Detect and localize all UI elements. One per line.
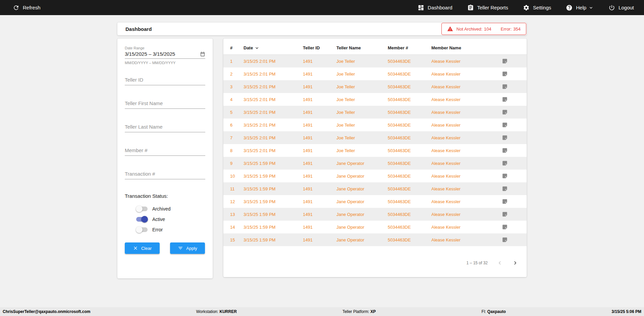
refresh-icon [13, 4, 19, 11]
col-header-member-name[interactable]: Member Name [431, 45, 502, 50]
col-header-teller-name[interactable]: Teller Name [336, 45, 388, 50]
cell-member-name: Alease Kessler [431, 161, 502, 166]
cell-row-number: 7 [230, 135, 244, 140]
archived-toggle-label: Archived [152, 206, 170, 212]
cell-member-name: Alease Kessler [431, 237, 502, 242]
cell-teller-id: 1491 [303, 212, 336, 217]
table-row[interactable]: 13 3/15/25 1:59 PM 1491 Jane Operator 50… [223, 208, 527, 221]
nav-settings[interactable]: Settings [523, 4, 551, 11]
cell-row-number: 9 [230, 161, 244, 166]
cell-teller-name: Jane Operator [336, 225, 388, 230]
teller-id-input[interactable] [125, 76, 205, 85]
apply-button[interactable]: Apply [170, 242, 205, 254]
cell-teller-id: 1491 [303, 186, 336, 191]
clear-button[interactable]: Clear [125, 242, 160, 254]
note-button[interactable] [502, 96, 508, 102]
cell-member-number: 5034463DE [388, 212, 431, 217]
cell-date: 3/15/25 2:01 PM [244, 84, 303, 89]
note-button[interactable] [502, 84, 508, 90]
cell-teller-id: 1491 [303, 148, 336, 153]
teller-last-name-input[interactable] [125, 123, 205, 132]
cell-member-number: 5034463DE [388, 135, 431, 140]
note-button[interactable] [502, 147, 508, 153]
cell-date: 3/15/25 2:01 PM [244, 97, 303, 102]
note-button[interactable] [502, 71, 508, 77]
table-row[interactable]: 15 3/15/25 1:59 PM 1491 Jane Operator 50… [223, 233, 527, 246]
col-header-date[interactable]: Date [244, 45, 303, 51]
power-icon [608, 4, 615, 11]
note-button[interactable] [502, 58, 508, 64]
cell-teller-name: Jane Operator [336, 212, 388, 217]
logged-in-user: ChrisSuperTeller@qaxpauto.onmicrosoft.co… [3, 309, 91, 314]
refresh-button[interactable]: Refresh [13, 4, 41, 11]
cell-date: 3/15/25 2:01 PM [244, 72, 303, 77]
date-range-input[interactable] [125, 51, 200, 57]
note-button[interactable] [502, 109, 508, 115]
nav-help[interactable]: Help [566, 4, 594, 11]
main-area: Dashboard Not Archived: 104 Error: 354 D… [0, 15, 644, 307]
note-icon [502, 173, 508, 179]
cell-teller-name: Joe Teller [336, 148, 388, 153]
nav-logout[interactable]: Logout [608, 4, 634, 11]
nav-teller-reports-label: Teller Reports [477, 5, 508, 10]
cell-teller-id: 1491 [303, 123, 336, 128]
cell-member-name: Alease Kessler [431, 174, 502, 179]
cell-row-number: 1 [230, 59, 244, 64]
member-number-input[interactable] [125, 146, 205, 156]
note-button[interactable] [502, 186, 508, 192]
note-button[interactable] [502, 224, 508, 230]
cell-row-number: 15 [230, 237, 244, 242]
cell-date: 3/15/25 1:59 PM [244, 199, 303, 204]
calendar-button[interactable] [200, 51, 205, 57]
page-header: Dashboard Not Archived: 104 Error: 354 [117, 22, 527, 35]
table-row[interactable]: 14 3/15/25 1:59 PM 1491 Jane Operator 50… [223, 221, 527, 233]
toggle-row-error: Error [136, 227, 205, 232]
cell-member-number: 5034463DE [388, 97, 431, 102]
note-button[interactable] [502, 173, 508, 179]
transaction-number-input[interactable] [125, 170, 205, 179]
cell-member-name: Alease Kessler [431, 123, 502, 128]
teller-platform-value: XP [370, 309, 376, 314]
teller-first-name-input[interactable] [125, 99, 205, 109]
topbar: Refresh Dashboard Teller Reports Setting… [0, 0, 644, 15]
note-button[interactable] [502, 135, 508, 141]
table-row[interactable]: 11 3/15/25 1:59 PM 1491 Jane Operator 50… [223, 182, 527, 195]
refresh-label: Refresh [23, 5, 41, 10]
note-button[interactable] [502, 122, 508, 128]
table-row[interactable]: 12 3/15/25 1:59 PM 1491 Jane Operator 50… [223, 195, 527, 208]
table-row[interactable]: 10 3/15/25 1:59 PM 1491 Jane Operator 50… [223, 170, 527, 182]
note-icon [502, 58, 508, 64]
cell-date: 3/15/25 1:59 PM [244, 174, 303, 179]
table-row[interactable]: 7 3/15/25 2:01 PM 1491 Joe Teller 503446… [223, 131, 527, 144]
table-row[interactable]: 4 3/15/25 2:01 PM 1491 Joe Teller 503446… [223, 93, 527, 106]
note-button[interactable] [502, 198, 508, 205]
note-button[interactable] [502, 237, 508, 243]
table-row[interactable]: 2 3/15/25 2:01 PM 1491 Joe Teller 503446… [223, 67, 527, 80]
note-icon [502, 96, 508, 102]
table-row[interactable]: 1 3/15/25 2:01 PM 1491 Joe Teller 503446… [223, 55, 527, 67]
nav-teller-reports[interactable]: Teller Reports [467, 4, 508, 11]
cell-teller-id: 1491 [303, 199, 336, 204]
note-button[interactable] [502, 211, 508, 217]
nav-help-label: Help [576, 5, 586, 10]
cell-member-name: Alease Kessler [431, 225, 502, 230]
note-button[interactable] [502, 160, 508, 166]
note-icon [502, 211, 508, 217]
table-row[interactable]: 6 3/15/25 2:01 PM 1491 Joe Teller 503446… [223, 119, 527, 131]
table-row[interactable]: 3 3/15/25 2:01 PM 1491 Joe Teller 503446… [223, 80, 527, 93]
table-row[interactable]: 9 3/15/25 1:59 PM 1491 Jane Operator 503… [223, 157, 527, 170]
note-icon [502, 122, 508, 128]
cell-teller-name: Joe Teller [336, 135, 388, 140]
next-page-button[interactable] [512, 260, 519, 266]
archived-toggle[interactable] [136, 207, 148, 211]
col-header-teller-id[interactable]: Teller ID [303, 45, 336, 50]
error-toggle[interactable] [136, 227, 148, 232]
col-header-member-num[interactable]: Member # [388, 45, 431, 50]
active-toggle[interactable] [136, 217, 148, 222]
table-row[interactable]: 5 3/15/25 2:01 PM 1491 Joe Teller 503446… [223, 106, 527, 119]
cell-date: 3/15/25 2:01 PM [244, 135, 303, 140]
cell-row-number: 10 [230, 174, 244, 179]
nav-dashboard[interactable]: Dashboard [418, 4, 452, 11]
table-row[interactable]: 8 3/15/25 2:01 PM 1491 Joe Teller 503446… [223, 144, 527, 157]
alert-badge: Not Archived: 104 Error: 354 [441, 23, 526, 35]
